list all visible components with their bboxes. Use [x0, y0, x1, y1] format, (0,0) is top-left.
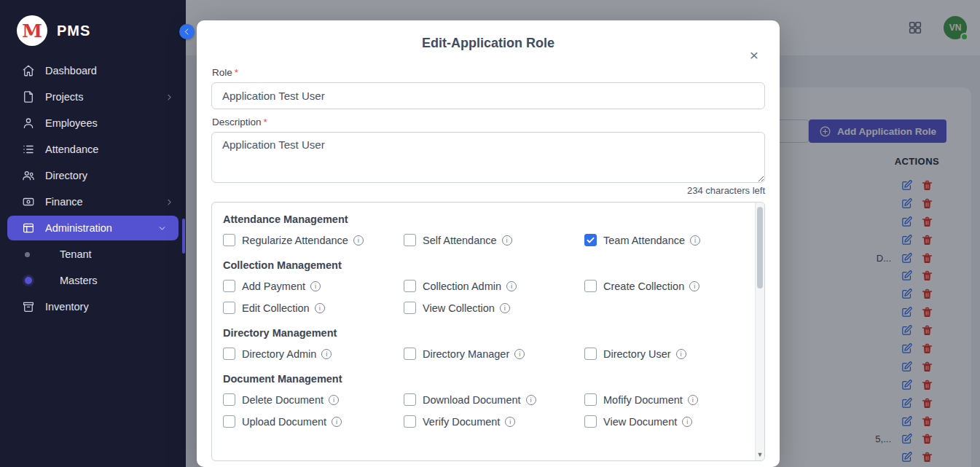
description-label-text: Description — [212, 117, 262, 127]
sidebar-item-label: Administration — [45, 222, 112, 234]
projects-icon — [22, 90, 35, 103]
modal-title: Edit-Application Role — [197, 20, 780, 51]
permission-checkbox-item[interactable]: Delete Document — [223, 393, 404, 406]
close-icon[interactable]: × — [745, 45, 764, 64]
permission-checkbox-item[interactable]: Directory Admin — [223, 348, 404, 360]
permissions-scrollbar[interactable] — [755, 203, 764, 460]
permission-checkbox-item[interactable]: Team Attendance — [584, 234, 742, 246]
sidebar-item-masters[interactable]: Masters — [0, 267, 186, 294]
info-icon[interactable] — [315, 303, 325, 313]
checkbox[interactable] — [404, 348, 416, 360]
sidebar-item-inventory[interactable]: Inventory — [0, 294, 186, 320]
directory-icon — [22, 169, 35, 182]
checkbox[interactable] — [584, 280, 597, 292]
permission-label: Verify Document — [423, 416, 500, 428]
permission-checkbox-item[interactable]: Mofify Document — [584, 393, 742, 406]
checkbox[interactable] — [223, 415, 235, 428]
sidebar-item-label: Projects — [45, 91, 83, 103]
checkbox[interactable] — [404, 234, 416, 246]
info-icon[interactable] — [526, 395, 536, 405]
permission-checkbox-item[interactable]: Upload Document — [223, 415, 404, 428]
scrollbar-down-arrow-icon[interactable] — [756, 451, 764, 458]
info-icon[interactable] — [310, 281, 321, 291]
sidebar-scrollbar-thumb[interactable] — [182, 219, 185, 254]
info-icon[interactable] — [332, 417, 342, 427]
checkbox[interactable] — [223, 393, 235, 406]
permission-checkbox-item[interactable]: Regularize Attendance — [223, 234, 404, 246]
info-icon[interactable] — [689, 281, 699, 291]
permission-label: Directory User — [603, 348, 671, 360]
role-input[interactable] — [211, 82, 765, 109]
attendance-icon — [22, 143, 35, 156]
sidebar-item-label: Inventory — [45, 301, 89, 313]
sidebar-nav: DashboardProjectsEmployeesAttendanceDire… — [0, 58, 186, 320]
permission-checkbox-item[interactable]: Collection Admin — [404, 280, 584, 292]
sidebar-item-dashboard[interactable]: Dashboard — [0, 58, 186, 84]
permission-checkbox-item[interactable]: Add Payment — [223, 280, 404, 292]
info-icon[interactable] — [676, 349, 686, 359]
sidebar-item-label: Employees — [45, 117, 98, 129]
permission-label: Mofify Document — [603, 394, 683, 406]
sidebar-item-attendance[interactable]: Attendance — [0, 136, 186, 162]
chevron-down-icon — [157, 224, 167, 233]
permission-checkbox-item[interactable]: Edit Collection — [223, 302, 404, 314]
info-icon[interactable] — [682, 417, 692, 427]
sidebar-item-administration[interactable]: Administration — [7, 216, 179, 240]
checkbox[interactable] — [404, 280, 416, 292]
checkbox[interactable] — [404, 415, 416, 428]
permission-checkbox-item[interactable]: Download Document — [404, 393, 584, 406]
sidebar-item-label: Tenant — [60, 248, 92, 260]
checkbox[interactable] — [404, 302, 416, 314]
permission-label: Regularize Attendance — [242, 235, 348, 246]
checkbox[interactable] — [223, 234, 235, 246]
info-icon[interactable] — [690, 235, 700, 246]
sidebar: M PMS DashboardProjectsEmployeesAttendan… — [0, 0, 186, 467]
employees-icon — [22, 117, 35, 130]
checkbox[interactable] — [223, 348, 235, 360]
permission-label: Add Payment — [242, 280, 305, 292]
permission-checkbox-item[interactable]: View Document — [584, 415, 742, 428]
scrollbar-thumb[interactable] — [757, 207, 763, 289]
permission-checkbox-item[interactable]: Directory Manager — [404, 348, 584, 360]
permission-label: Self Attendance — [423, 235, 497, 246]
permission-label: Delete Document — [242, 394, 324, 406]
checkbox[interactable] — [584, 393, 597, 406]
edit-application-role-modal: Edit-Application Role × Role* Descriptio… — [197, 20, 780, 467]
permission-checkbox-item[interactable]: Self Attendance — [404, 234, 584, 246]
permission-label: View Document — [603, 416, 677, 428]
checkbox[interactable] — [584, 415, 597, 428]
sidebar-item-finance[interactable]: Finance — [0, 189, 186, 215]
permission-label: Download Document — [423, 394, 521, 406]
info-icon[interactable] — [514, 349, 525, 359]
info-icon[interactable] — [505, 417, 515, 427]
info-icon[interactable] — [502, 235, 512, 246]
permission-group-title: Collection Management — [223, 259, 742, 271]
permission-group-title: Document Management — [223, 373, 742, 385]
bullet-icon — [25, 252, 30, 257]
description-textarea[interactable]: Application Test User — [211, 132, 765, 183]
checkbox[interactable] — [223, 280, 235, 292]
sidebar-collapse-button[interactable] — [179, 24, 195, 39]
permission-checkbox-item[interactable]: Directory User — [584, 348, 742, 360]
permission-checkbox-item[interactable]: Create Collection — [584, 280, 742, 292]
checkbox[interactable] — [223, 302, 235, 314]
permission-checkbox-item[interactable]: View Collection — [404, 302, 584, 314]
checkbox[interactable] — [584, 234, 597, 246]
info-icon[interactable] — [329, 395, 339, 405]
info-icon[interactable] — [353, 235, 364, 246]
checkbox[interactable] — [404, 393, 416, 406]
info-icon[interactable] — [321, 349, 332, 359]
logo-icon: M — [17, 15, 47, 46]
info-icon[interactable] — [688, 395, 698, 405]
sidebar-item-directory[interactable]: Directory — [0, 162, 186, 189]
sidebar-item-projects[interactable]: Projects — [0, 84, 186, 110]
sidebar-item-employees[interactable]: Employees — [0, 110, 186, 136]
characters-left-counter: 234 characters left — [211, 185, 765, 196]
chevron-right-icon — [165, 197, 174, 207]
info-icon[interactable] — [500, 303, 510, 313]
checkbox[interactable] — [584, 348, 597, 360]
chevron-left-icon — [182, 27, 192, 36]
info-icon[interactable] — [506, 281, 517, 291]
sidebar-item-tenant[interactable]: Tenant — [0, 241, 186, 267]
permission-checkbox-item[interactable]: Verify Document — [404, 415, 584, 428]
